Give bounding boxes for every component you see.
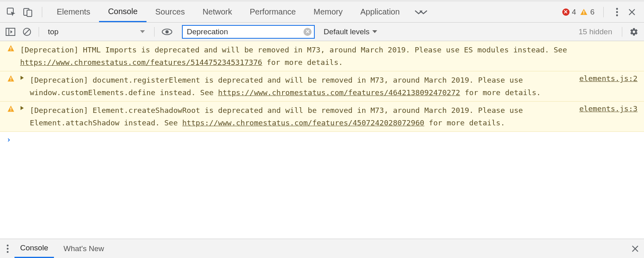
disclosure-triangle-icon[interactable] [20, 104, 25, 110]
console-toolbar: top ✕ Default levels 15 hidden [0, 23, 644, 41]
message-text: [Deprecation] Element.createShadowRoot i… [30, 104, 574, 129]
tab-performance[interactable]: Performance [241, 2, 305, 22]
svg-rect-15 [10, 50, 11, 51]
tab-network[interactable]: Network [194, 2, 241, 22]
svg-point-21 [7, 248, 9, 250]
svg-rect-14 [10, 47, 11, 49]
more-tabs-icon[interactable] [409, 9, 433, 15]
inspect-element-icon[interactable] [6, 7, 16, 17]
message-text: [Deprecation] HTML Imports is deprecated… [20, 44, 638, 69]
caret-down-icon [372, 30, 378, 34]
drawer-tab-whatsnew[interactable]: What's New [58, 239, 110, 258]
device-toolbar-icon[interactable] [23, 7, 32, 17]
svg-point-7 [616, 14, 618, 16]
svg-point-6 [616, 11, 618, 13]
warning-icon [7, 74, 15, 82]
drawer-tab-console[interactable]: Console [14, 239, 54, 258]
message-source-link[interactable]: elements.js:2 [579, 74, 638, 83]
warning-count: 6 [590, 8, 594, 17]
log-levels-selector[interactable]: Default levels [319, 27, 378, 36]
svg-rect-18 [10, 108, 11, 110]
clear-filter-icon[interactable]: ✕ [303, 28, 312, 36]
console-prompt[interactable]: › [0, 132, 644, 147]
message-source-link[interactable]: elements.js:3 [579, 104, 638, 113]
svg-rect-3 [584, 11, 584, 13]
error-icon: ✕ [562, 8, 570, 16]
message-link[interactable]: https://www.chromestatus.com/features/51… [20, 58, 262, 67]
console-message[interactable]: [Deprecation] Element.createShadowRoot i… [0, 102, 644, 132]
warning-icon [7, 44, 15, 52]
console-message[interactable]: [Deprecation] document.registerElement i… [0, 71, 644, 102]
svg-rect-17 [10, 80, 11, 81]
error-count-badge[interactable]: ✕ 4 [562, 8, 576, 17]
context-label: top [48, 27, 58, 36]
tab-console[interactable]: Console [99, 2, 146, 22]
svg-rect-16 [10, 77, 11, 79]
warning-icon [7, 104, 15, 112]
console-output: [Deprecation] HTML Imports is deprecated… [0, 41, 644, 239]
filter-input-wrapper: ✕ [182, 25, 315, 39]
svg-point-5 [616, 8, 618, 10]
filter-input[interactable] [187, 27, 303, 36]
close-devtools-icon[interactable] [625, 8, 638, 16]
console-message[interactable]: [Deprecation] HTML Imports is deprecated… [0, 41, 644, 71]
warning-icon [580, 8, 588, 16]
svg-rect-19 [10, 110, 11, 111]
message-text: [Deprecation] document.registerElement i… [30, 74, 574, 99]
svg-point-22 [7, 251, 9, 253]
close-drawer-icon[interactable] [631, 245, 639, 253]
console-settings-icon[interactable] [630, 27, 638, 36]
toggle-sidebar-icon[interactable] [6, 28, 15, 36]
clear-console-icon[interactable] [23, 27, 31, 36]
live-expression-icon[interactable] [162, 28, 172, 35]
caret-down-icon [140, 30, 145, 34]
hidden-messages-label[interactable]: 15 hidden [579, 27, 612, 36]
drawer-tabbar: Console What's New [0, 239, 644, 258]
message-link[interactable]: https://www.chromestatus.com/features/46… [218, 88, 460, 97]
execution-context-selector[interactable]: top [46, 27, 147, 37]
prompt-caret-icon: › [6, 135, 11, 144]
tab-elements[interactable]: Elements [48, 2, 99, 22]
svg-point-20 [7, 244, 9, 246]
tab-application[interactable]: Application [351, 2, 409, 22]
svg-rect-4 [584, 13, 584, 14]
warning-count-badge[interactable]: 6 [580, 8, 594, 17]
message-link[interactable]: https://www.chromestatus.com/features/45… [182, 119, 424, 127]
kebab-menu-icon[interactable] [613, 8, 621, 17]
svg-rect-2 [27, 10, 32, 17]
levels-label: Default levels [324, 27, 369, 36]
svg-line-11 [25, 29, 29, 34]
devtools-tabbar: Elements Console Sources Network Perform… [0, 2, 644, 23]
error-count: 4 [572, 8, 576, 17]
tab-sources[interactable]: Sources [147, 2, 194, 22]
svg-point-13 [165, 30, 169, 33]
drawer-kebab-icon[interactable] [6, 244, 9, 253]
tab-memory[interactable]: Memory [305, 2, 351, 22]
disclosure-triangle-icon[interactable] [20, 74, 25, 80]
